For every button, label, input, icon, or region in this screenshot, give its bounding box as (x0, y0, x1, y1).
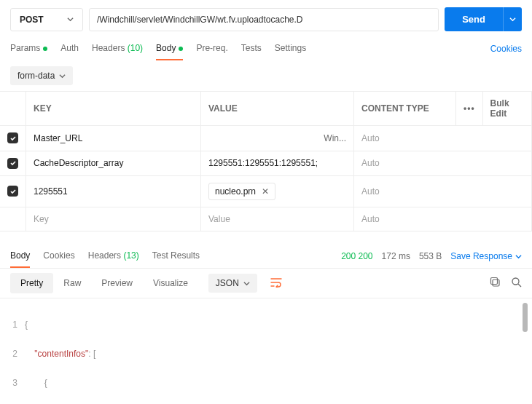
table-row-empty: Key Value Auto (0, 207, 532, 231)
cell-value[interactable]: 1295551:1295551:1295551; (201, 151, 354, 176)
cell-key[interactable]: Master_URL (26, 126, 201, 151)
cell-key[interactable]: CacheDescriptor_array (26, 151, 201, 176)
cookies-link[interactable]: Cookies (490, 44, 522, 54)
wrap-icon (270, 277, 282, 288)
table-row: 1295551 nucleo.prn✕ Auto (0, 176, 532, 207)
chevron-down-icon (67, 16, 74, 23)
language-select[interactable]: JSON (208, 274, 257, 293)
search-icon (511, 277, 522, 288)
tab-label: Headers (88, 250, 121, 261)
remove-file-icon[interactable]: ✕ (262, 186, 269, 197)
tab-body[interactable]: Body (156, 37, 183, 60)
language-label: JSON (216, 278, 239, 288)
file-name: nucleo.prn (215, 186, 256, 197)
view-pretty[interactable]: Pretty (10, 273, 53, 293)
chevron-down-icon (243, 280, 250, 287)
chevron-down-icon (509, 16, 516, 23)
row-checkbox[interactable] (7, 158, 18, 169)
tab-label: Headers (92, 43, 125, 53)
file-chip[interactable]: nucleo.prn✕ (208, 183, 275, 200)
tab-tests[interactable]: Tests (241, 37, 262, 60)
resp-tab-headers[interactable]: Headers (13) (88, 245, 139, 268)
svg-rect-0 (493, 280, 499, 286)
active-dot-icon (43, 47, 47, 51)
row-checkbox[interactable] (7, 132, 18, 143)
svg-point-2 (512, 278, 519, 285)
form-data-table: KEY VALUE CONTENT TYPE ••• Bulk Edit Mas… (0, 91, 532, 231)
cell-key-placeholder[interactable]: Key (26, 207, 201, 231)
cell-value[interactable]: nucleo.prn✕ (201, 176, 354, 207)
cell-key[interactable]: 1295551 (26, 176, 201, 207)
tab-headers[interactable]: Headers (10) (92, 37, 143, 60)
body-type-label: form-data (17, 71, 55, 81)
search-button[interactable] (511, 277, 522, 290)
header-value: VALUE (201, 92, 354, 126)
tab-label: Body (156, 43, 176, 53)
cell-ct-placeholder[interactable]: Auto (354, 207, 532, 231)
url-input[interactable]: /Windchill/servlet/WindchillGW/wt.fv.upl… (89, 8, 439, 31)
brace: { (44, 376, 47, 390)
tab-prereq[interactable]: Pre-req. (196, 37, 227, 60)
resp-tab-tests[interactable]: Test Results (152, 245, 200, 268)
tab-settings[interactable]: Settings (275, 37, 306, 60)
cell-content-type[interactable]: Auto (354, 151, 532, 176)
response-size: 553 B (419, 251, 442, 261)
cell-content-type[interactable]: Auto (354, 176, 532, 207)
send-options-button[interactable] (503, 7, 522, 31)
send-button[interactable]: Send (445, 7, 503, 31)
view-mode-segment: Pretty Raw Preview Visualize (10, 273, 198, 293)
http-method-select[interactable]: POST (10, 8, 83, 31)
bulk-edit-button[interactable]: Bulk Edit (482, 92, 531, 126)
cell-content-type[interactable]: Auto (354, 126, 532, 151)
tab-auth[interactable]: Auth (60, 37, 79, 60)
body-type-select[interactable]: form-data (10, 66, 73, 85)
http-method-label: POST (20, 15, 44, 25)
cell-value-placeholder[interactable]: Value (201, 207, 354, 231)
chevron-down-icon (59, 73, 66, 79)
tab-label: Params (10, 43, 40, 53)
response-body-code[interactable]: 1{ 2 "contentInfos": [ 3 { 4 "streamId":… (0, 298, 532, 404)
header-key: KEY (26, 92, 201, 126)
response-time: 172 ms (382, 251, 410, 261)
count-badge: (13) (123, 250, 138, 261)
save-response-button[interactable]: Save Response (450, 251, 522, 261)
truncated-value: Win... (324, 133, 346, 143)
resp-tab-cookies[interactable]: Cookies (43, 245, 74, 268)
row-checkbox[interactable] (7, 186, 18, 197)
header-checkbox-col (0, 92, 26, 126)
column-options-button[interactable]: ••• (456, 92, 483, 126)
chevron-down-icon (515, 253, 522, 260)
copy-button[interactable] (490, 277, 501, 290)
tab-params[interactable]: Params (10, 37, 47, 60)
scrollbar-thumb[interactable] (523, 303, 528, 332)
brace: { (25, 317, 28, 332)
table-row: Master_URL Win... Auto (0, 126, 532, 151)
svg-rect-1 (491, 278, 498, 285)
count-badge: (10) (128, 43, 143, 53)
copy-icon (490, 277, 501, 288)
active-dot-icon (179, 47, 183, 51)
view-raw[interactable]: Raw (53, 273, 91, 293)
header-content-type: CONTENT TYPE (354, 92, 456, 126)
wrap-lines-button[interactable] (266, 274, 286, 293)
table-row: CacheDescriptor_array 1295551:1295551:12… (0, 151, 532, 176)
view-visualize[interactable]: Visualize (143, 273, 198, 293)
resp-tab-body[interactable]: Body (10, 245, 30, 268)
cell-value[interactable]: Win... (201, 126, 354, 151)
view-preview[interactable]: Preview (91, 273, 143, 293)
json-key: "contentInfos" (34, 346, 88, 361)
status-code: 200 200 (341, 251, 372, 261)
